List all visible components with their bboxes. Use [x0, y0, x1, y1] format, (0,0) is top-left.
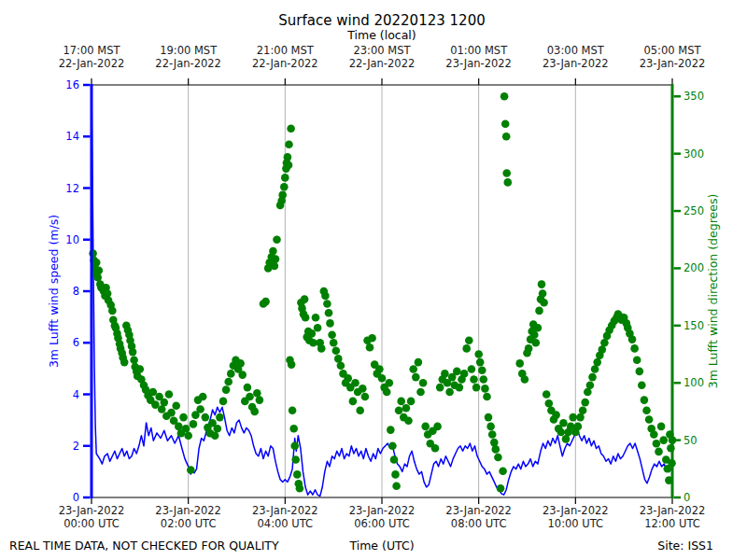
- top-axis-label: Time (local): [92, 28, 672, 42]
- bottom-tick-label: 23-Jan-202202:00 UTC: [155, 504, 221, 530]
- right-tick-label: 300: [684, 147, 704, 161]
- left-tick-label: 0: [0, 491, 79, 504]
- left-tick-label: 14: [0, 130, 79, 143]
- top-tick-label: 05:00 MST23-Jan-2022: [640, 44, 706, 70]
- bottom-tick-label: 23-Jan-202204:00 UTC: [252, 504, 318, 530]
- bottom-tick-label: 23-Jan-202210:00 UTC: [543, 504, 609, 530]
- top-tick-label: 21:00 MST22-Jan-2022: [252, 44, 318, 70]
- left-axis-label: 3m Lufft wind speed (m/s): [47, 215, 61, 368]
- bottom-tick-label: 23-Jan-202206:00 UTC: [349, 504, 416, 530]
- left-tick-label: 12: [0, 182, 79, 195]
- right-tick-label: 250: [684, 204, 704, 217]
- right-tick-label: 200: [684, 261, 704, 274]
- top-tick-label: 01:00 MST23-Jan-2022: [445, 44, 512, 70]
- bottom-tick-label: 23-Jan-202208:00 UTC: [445, 504, 512, 530]
- surface-wind-chart: Surface wind 20220123 1200 Time (local) …: [0, 0, 747, 560]
- bottom-axis-label: Time (UTC): [92, 539, 672, 553]
- right-tick-label: 0: [684, 491, 690, 504]
- plot-area: [0, 0, 747, 560]
- right-tick-label: 50: [684, 434, 698, 447]
- left-tick-label: 16: [0, 78, 79, 91]
- right-tick-label: 100: [684, 376, 704, 389]
- right-tick-label: 150: [684, 319, 704, 332]
- left-tick-label: 6: [0, 336, 79, 349]
- site-label: Site: ISS1: [657, 539, 713, 553]
- bottom-tick-label: 23-Jan-202212:00 UTC: [640, 504, 706, 530]
- left-tick-label: 8: [0, 285, 79, 298]
- chart-title: Surface wind 20220123 1200: [92, 12, 672, 29]
- right-axis-label: 3m Lufft wind direction (degrees): [706, 194, 720, 389]
- top-tick-label: 23:00 MST22-Jan-2022: [349, 44, 416, 70]
- left-tick-label: 2: [0, 440, 79, 453]
- left-tick-label: 10: [0, 233, 79, 246]
- left-tick-label: 4: [0, 388, 79, 401]
- top-tick-label: 03:00 MST23-Jan-2022: [543, 44, 609, 70]
- top-tick-label: 19:00 MST22-Jan-2022: [155, 44, 221, 70]
- right-tick-label: 350: [684, 90, 704, 103]
- bottom-tick-label: 23-Jan-202200:00 UTC: [59, 504, 125, 530]
- top-tick-label: 17:00 MST22-Jan-2022: [59, 44, 125, 70]
